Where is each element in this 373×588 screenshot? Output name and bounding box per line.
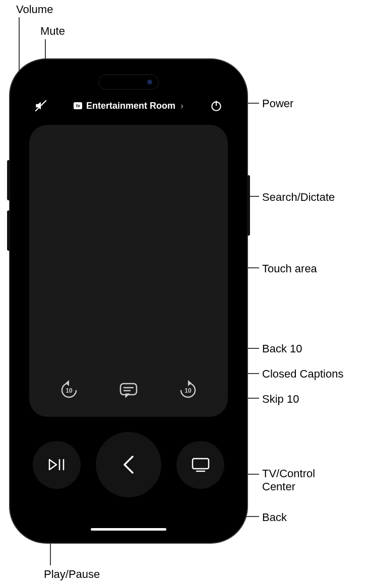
tv-icon	[191, 457, 211, 473]
speech-bubble-icon	[118, 382, 139, 399]
play-pause-button[interactable]	[33, 441, 81, 489]
svg-text:10: 10	[184, 387, 192, 394]
mute-button[interactable]	[29, 94, 52, 117]
power-icon	[210, 99, 223, 112]
power-button[interactable]	[205, 94, 228, 117]
svg-marker-6	[126, 394, 130, 398]
iphone-frame: tv Entertainment Room › 10	[10, 59, 247, 543]
skip-10-icon: 10	[178, 380, 198, 400]
home-indicator[interactable]	[91, 528, 166, 531]
touch-area[interactable]: 10 10	[29, 125, 228, 417]
dynamic-island	[98, 75, 159, 90]
svg-marker-11	[49, 460, 56, 470]
closed-captions-button[interactable]	[117, 379, 140, 402]
chevron-right-icon: ›	[180, 101, 183, 111]
touchpad-button-row: 10 10	[29, 379, 228, 402]
skip-10-button[interactable]: 10	[176, 379, 200, 402]
svg-rect-14	[193, 459, 209, 469]
volume-up-physical-button[interactable]	[7, 160, 10, 200]
back-10-button[interactable]: 10	[57, 379, 81, 402]
tv-control-center-button[interactable]	[176, 441, 224, 489]
svg-text:10: 10	[66, 387, 73, 394]
bottom-button-row	[15, 432, 242, 497]
svg-marker-9	[188, 380, 192, 386]
play-pause-icon	[48, 458, 66, 472]
device-name: Entertainment Room	[86, 101, 175, 111]
svg-marker-3	[66, 380, 69, 386]
apple-tv-badge-icon: tv	[74, 102, 82, 109]
speaker-mute-icon	[34, 99, 47, 112]
back-10-icon: 10	[59, 380, 79, 400]
device-selector[interactable]: tv Entertainment Room ›	[74, 101, 183, 111]
side-physical-button[interactable]	[247, 175, 250, 236]
volume-down-physical-button[interactable]	[7, 210, 10, 251]
svg-rect-5	[120, 384, 137, 395]
screen: tv Entertainment Room › 10	[15, 64, 242, 538]
remote-top-bar: tv Entertainment Room ›	[15, 95, 242, 117]
back-button[interactable]	[96, 432, 161, 497]
chevron-left-icon	[121, 454, 136, 476]
